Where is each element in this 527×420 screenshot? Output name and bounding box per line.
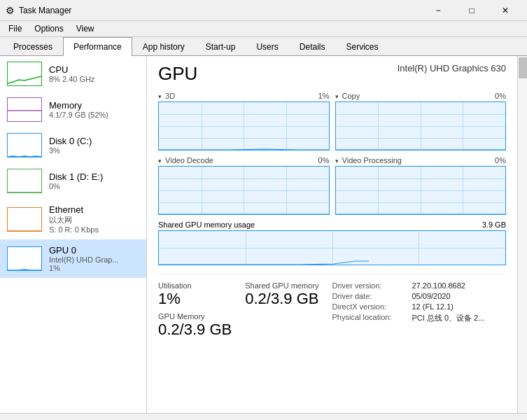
graph-vdec-label: ▾ Video Decode (158, 156, 213, 164)
graph-3d: ▾ 3D 1% (158, 92, 330, 150)
app-icon: ⚙ (6, 5, 15, 16)
close-button[interactable]: ✕ (489, 0, 521, 21)
sidebar-item-gpu[interactable]: GPU 0 Intel(R) UHD Grap... 1% (0, 239, 146, 278)
graph-copy-box (335, 102, 507, 150)
tab-processes[interactable]: Processes (3, 37, 63, 56)
eth-detail1: 以太网 (49, 215, 139, 225)
eth-name: Ethernet (49, 204, 139, 215)
stat-utilisation: Utilisation 1% GPU Memory 0.2/3.9 GB (158, 281, 245, 339)
graph-vproc-box (335, 166, 507, 215)
shared-gpu-section: Shared GPU memory usage 3.9 GB (158, 220, 506, 265)
sidebar-item-disk1[interactable]: Disk 1 (D: E:) 0% (0, 163, 146, 199)
tab-startup[interactable]: Start-up (195, 37, 246, 56)
driver-physical-value: PCI 总线 0、设备 2... (412, 313, 485, 323)
driver-directx-label: DirectX version: (332, 302, 409, 311)
driver-physical-label: Physical location: (332, 313, 409, 323)
disk0-thumbnail (7, 133, 42, 158)
bottom-bar: ⌃ Fewer details ◉ Open Resource Monitor (0, 413, 527, 420)
sidebar-item-memory[interactable]: Memory 4.1/7.9 GB (52%) (0, 92, 146, 127)
mem-thumbnail (7, 97, 42, 122)
sidebar-item-disk0[interactable]: Disk 0 (C:) 3% (0, 127, 146, 163)
cpu-name: CPU (49, 64, 139, 75)
graph-vdec-box (158, 166, 330, 215)
stat-shared-mem: Shared GPU memory 0.2/3.9 GB (245, 281, 332, 339)
driver-info: Driver version: 27.20.100.8682 Driver da… (332, 281, 507, 339)
mem-graph (8, 98, 42, 122)
tab-performance[interactable]: Performance (63, 37, 132, 56)
tab-bar: Processes Performance App history Start-… (0, 37, 527, 56)
disk1-name: Disk 1 (D: E:) (49, 172, 139, 182)
graph-vproc-label: ▾ Video Processing (335, 156, 402, 164)
maximize-button[interactable]: □ (456, 0, 488, 21)
disk0-name: Disk 0 (C:) (49, 136, 139, 146)
cpu-info: CPU 8% 2.40 GHz (49, 64, 139, 83)
detail-panel: GPU Intel(R) UHD Graphics 630 ▾ 3D 1% (147, 56, 517, 413)
fewer-details-button[interactable]: ⌃ Fewer details (8, 417, 79, 421)
graph-3d-label: ▾ 3D (158, 92, 175, 100)
disk1-info: Disk 1 (D: E:) 0% (49, 172, 139, 190)
sidebar-item-cpu[interactable]: CPU 8% 2.40 GHz (0, 56, 146, 92)
shared-mem-value: 0.2/3.9 GB (245, 290, 332, 308)
mem-name: Memory (49, 100, 139, 111)
driver-date-label: Driver date: (332, 292, 409, 300)
sidebar-item-ethernet[interactable]: Ethernet 以太网 S: 0 R: 0 Kbps (0, 199, 146, 239)
sidebar: CPU 8% 2.40 GHz Memory 4.1/7.9 GB (52%) (0, 56, 147, 413)
gpu-mem-label: GPU Memory (158, 312, 245, 321)
cpu-detail: 8% 2.40 GHz (49, 75, 139, 83)
gpu-thumbnail (7, 246, 42, 271)
utilisation-label: Utilisation (158, 281, 245, 290)
disk0-info: Disk 0 (C:) 3% (49, 136, 139, 155)
shared-mem-label: Shared GPU memory (245, 281, 332, 290)
tab-app-history[interactable]: App history (132, 37, 195, 56)
driver-version-label: Driver version: (332, 281, 409, 290)
gpu-thumb-graph (8, 247, 42, 271)
scrollbar-track[interactable] (517, 56, 527, 413)
menu-options[interactable]: Options (29, 22, 69, 35)
tab-services[interactable]: Services (335, 37, 388, 56)
tab-users[interactable]: Users (246, 37, 288, 56)
graphs-row-top: ▾ 3D 1% (158, 92, 506, 150)
graph-copy: ▾ Copy 0% (335, 92, 507, 150)
shared-gpu-label: Shared GPU memory usage (158, 220, 255, 229)
gpu-name: GPU 0 (49, 245, 139, 255)
graph-copy-label: ▾ Copy (335, 92, 360, 100)
disk0-graph (8, 134, 42, 158)
graphs-row-bottom: ▾ Video Decode 0% (158, 156, 506, 215)
menu-view[interactable]: View (71, 22, 100, 35)
menu-file[interactable]: File (3, 22, 27, 35)
mem-detail: 4.1/7.9 GB (52%) (49, 111, 139, 119)
gpu-title: GPU (158, 63, 197, 85)
gpu-header: GPU Intel(R) UHD Graphics 630 (158, 63, 506, 85)
app-title: Task Manager (19, 6, 71, 15)
mem-info: Memory 4.1/7.9 GB (52%) (49, 100, 139, 119)
tab-details[interactable]: Details (289, 37, 336, 56)
graph-3d-box (158, 102, 330, 150)
graph-vdec-pct: 0% (318, 156, 330, 164)
gpu-mem-value: 0.2/3.9 GB (158, 321, 245, 339)
disk1-detail: 0% (49, 182, 139, 190)
graph-vproc-pct: 0% (495, 156, 506, 164)
driver-version-value: 27.20.100.8682 (412, 281, 465, 290)
gpu-info: GPU 0 Intel(R) UHD Grap... 1% (49, 245, 139, 272)
gpu-detail2: 1% (49, 264, 139, 272)
eth-detail2: S: 0 R: 0 Kbps (49, 225, 139, 234)
menu-bar: File Options View (0, 21, 527, 37)
minimize-button[interactable]: − (422, 0, 454, 21)
driver-date-value: 05/09/2020 (412, 292, 451, 300)
driver-directx-value: 12 (FL 12.1) (412, 302, 454, 311)
title-bar: ⚙ Task Manager − □ ✕ (0, 0, 527, 21)
graph-vdec: ▾ Video Decode 0% (158, 156, 330, 215)
eth-info: Ethernet 以太网 S: 0 R: 0 Kbps (49, 204, 139, 234)
graph-copy-pct: 0% (495, 92, 506, 100)
scrollbar-thumb[interactable] (519, 57, 527, 78)
cpu-graph (8, 62, 42, 86)
utilisation-value: 1% (158, 290, 245, 308)
gpu-subtitle: Intel(R) UHD Graphics 630 (398, 63, 506, 74)
shared-gpu-value: 3.9 GB (482, 220, 506, 229)
eth-graph (8, 208, 42, 232)
main-content: CPU 8% 2.40 GHz Memory 4.1/7.9 GB (52%) (0, 56, 527, 413)
stats-row: Utilisation 1% GPU Memory 0.2/3.9 GB Sha… (158, 274, 506, 339)
gpu-detail1: Intel(R) UHD Grap... (49, 255, 139, 264)
eth-thumbnail (7, 207, 42, 232)
cpu-thumbnail (7, 62, 42, 86)
